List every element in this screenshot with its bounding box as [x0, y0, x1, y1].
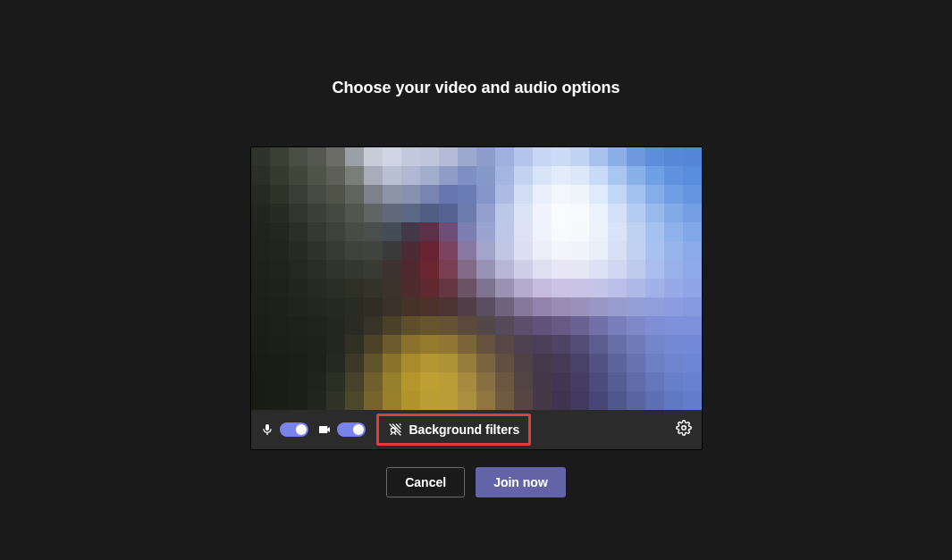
svg-rect-184: [552, 279, 570, 297]
svg-rect-104: [401, 222, 420, 241]
svg-rect-132: [476, 241, 495, 260]
svg-rect-162: [589, 260, 608, 279]
svg-rect-205: [495, 297, 514, 316]
svg-rect-124: [326, 241, 345, 260]
svg-rect-304: [552, 372, 570, 391]
svg-rect-138: [589, 241, 608, 260]
svg-rect-126: [364, 241, 383, 260]
svg-rect-189: [645, 279, 664, 297]
svg-rect-95: [683, 204, 702, 222]
svg-rect-90: [589, 204, 608, 222]
svg-rect-34: [439, 166, 458, 185]
svg-rect-24: [251, 166, 270, 185]
svg-rect-335: [683, 391, 702, 410]
svg-rect-269: [345, 354, 364, 372]
svg-rect-96: [251, 222, 270, 241]
svg-rect-192: [251, 297, 270, 316]
svg-rect-271: [383, 354, 401, 372]
svg-rect-94: [664, 204, 683, 222]
svg-rect-167: [683, 260, 702, 279]
svg-rect-69: [645, 185, 664, 204]
svg-rect-316: [326, 391, 345, 410]
svg-rect-188: [627, 279, 645, 297]
svg-rect-292: [326, 372, 345, 391]
svg-rect-180: [476, 279, 495, 297]
svg-rect-89: [570, 204, 589, 222]
svg-rect-130: [439, 241, 458, 260]
gear-icon: [676, 420, 692, 439]
svg-rect-322: [439, 391, 458, 410]
svg-rect-154: [439, 260, 458, 279]
svg-rect-200: [401, 297, 420, 316]
svg-rect-35: [458, 166, 476, 185]
svg-rect-47: [683, 166, 702, 185]
svg-rect-220: [326, 316, 345, 335]
svg-rect-187: [608, 279, 627, 297]
svg-rect-171: [308, 279, 326, 297]
svg-rect-57: [420, 185, 439, 204]
svg-rect-137: [570, 241, 589, 260]
join-now-button[interactable]: Join now: [476, 467, 566, 497]
svg-rect-1: [270, 147, 289, 166]
svg-rect-4: [326, 147, 345, 166]
svg-rect-193: [270, 297, 289, 316]
svg-rect-91: [608, 204, 627, 222]
svg-rect-266: [289, 354, 308, 372]
svg-rect-226: [439, 316, 458, 335]
svg-rect-307: [608, 372, 627, 391]
svg-rect-290: [289, 372, 308, 391]
svg-rect-143: [683, 241, 702, 260]
svg-rect-102: [364, 222, 383, 241]
svg-rect-309: [645, 372, 664, 391]
svg-rect-325: [495, 391, 514, 410]
svg-rect-19: [608, 147, 627, 166]
svg-rect-100: [326, 222, 345, 241]
svg-rect-210: [589, 297, 608, 316]
svg-rect-98: [289, 222, 308, 241]
svg-rect-306: [589, 372, 608, 391]
svg-rect-49: [270, 185, 289, 204]
svg-rect-71: [683, 185, 702, 204]
svg-rect-111: [533, 222, 552, 241]
svg-rect-265: [270, 354, 289, 372]
svg-rect-173: [345, 279, 364, 297]
preview-panel: Background filters: [251, 147, 702, 449]
cancel-button[interactable]: Cancel: [386, 467, 465, 497]
background-filters-label: Background filters: [409, 422, 520, 437]
svg-rect-170: [289, 279, 308, 297]
svg-rect-37: [495, 166, 514, 185]
svg-rect-43: [608, 166, 627, 185]
svg-rect-260: [627, 335, 645, 354]
svg-rect-246: [364, 335, 383, 354]
svg-rect-83: [458, 204, 476, 222]
svg-rect-108: [476, 222, 495, 241]
svg-rect-264: [251, 354, 270, 372]
svg-rect-159: [533, 260, 552, 279]
svg-rect-141: [645, 241, 664, 260]
svg-rect-135: [533, 241, 552, 260]
microphone-toggle[interactable]: [280, 422, 308, 437]
svg-rect-14: [514, 147, 533, 166]
svg-rect-190: [664, 279, 683, 297]
svg-rect-178: [439, 279, 458, 297]
svg-rect-240: [251, 335, 270, 354]
svg-rect-311: [683, 372, 702, 391]
svg-rect-319: [383, 391, 401, 410]
svg-rect-84: [476, 204, 495, 222]
svg-rect-120: [251, 241, 270, 260]
device-settings-button[interactable]: [675, 421, 693, 439]
video-toggle[interactable]: [337, 422, 366, 437]
svg-rect-284: [627, 354, 645, 372]
svg-rect-18: [589, 147, 608, 166]
svg-rect-40: [552, 166, 570, 185]
svg-rect-276: [476, 354, 495, 372]
svg-rect-286: [664, 354, 683, 372]
svg-rect-308: [627, 372, 645, 391]
svg-rect-136: [552, 241, 570, 260]
svg-rect-201: [420, 297, 439, 316]
svg-rect-140: [627, 241, 645, 260]
svg-rect-191: [683, 279, 702, 297]
background-filters-button[interactable]: Background filters: [376, 414, 532, 446]
svg-rect-103: [383, 222, 401, 241]
svg-rect-158: [514, 260, 533, 279]
